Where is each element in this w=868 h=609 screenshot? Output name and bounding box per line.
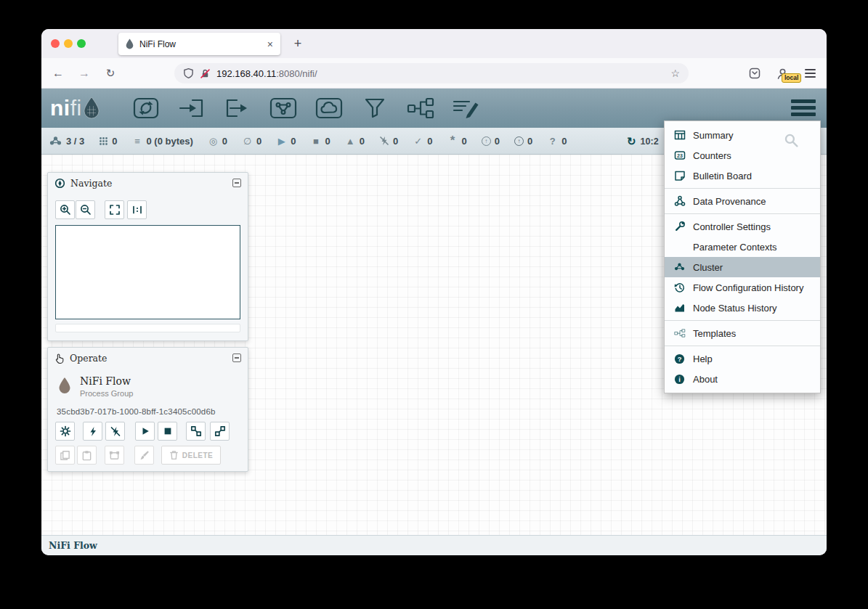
paste-button[interactable] (77, 446, 97, 465)
pocket-icon[interactable] (749, 68, 760, 79)
process-group-component-icon[interactable] (267, 97, 299, 120)
remote-process-group-component-icon[interactable] (313, 97, 345, 120)
upload-template-button[interactable] (210, 422, 230, 441)
operate-palette-title: Operate (70, 353, 108, 364)
output-port-component-icon[interactable] (222, 97, 253, 120)
zoom-fit-button[interactable] (105, 200, 124, 219)
running-icon: ▶ (276, 136, 287, 146)
group-icon (109, 450, 120, 461)
wrench-icon (673, 221, 686, 232)
menu-item-label: Data Provenance (693, 196, 766, 207)
toolbar-right-icons: local (749, 58, 816, 89)
account-icon[interactable]: local (776, 68, 789, 80)
stop-button[interactable] (158, 422, 177, 441)
stopped-count: 0 (325, 136, 330, 147)
stale-arrow-icon: ↑ (482, 136, 491, 146)
nifi-logo-fi: fi (70, 96, 82, 120)
insecure-lock-icon[interactable] (200, 68, 211, 79)
input-port-component-icon[interactable] (176, 97, 208, 120)
label-component-icon[interactable] (450, 97, 482, 120)
minimap-scrollbar[interactable] (55, 324, 240, 332)
menu-item-node-status-history[interactable]: Node Status History (665, 298, 820, 318)
menu-item-data-provenance[interactable]: Data Provenance (665, 191, 820, 211)
menu-item-cluster[interactable]: Cluster (665, 257, 820, 277)
paintbrush-icon (139, 450, 150, 461)
breadcrumb[interactable]: NiFi Flow (49, 540, 97, 551)
locally-modified-status: * 0 (447, 136, 466, 147)
navigation-toolbar: ← → ↻ 192.168.40.11:8080/nifi/ ☆ (41, 58, 827, 89)
compass-icon (54, 178, 65, 189)
summary-icon (673, 129, 686, 141)
navigate-palette: Navigate (47, 172, 248, 341)
menu-item-bulletin-board[interactable]: Bulletin Board (665, 165, 820, 186)
template-component-icon[interactable] (405, 97, 437, 120)
window-close-button[interactable] (51, 39, 60, 48)
selected-component-name: NiFi Flow (80, 375, 131, 387)
menu-divider (665, 188, 820, 189)
enable-button[interactable] (83, 422, 102, 441)
zoom-in-button[interactable] (55, 200, 75, 219)
svg-text:?: ? (678, 355, 682, 362)
menu-item-flow-configuration-history[interactable]: Flow Configuration History (665, 277, 820, 298)
disabled-bolt-icon (379, 136, 389, 146)
tab-title: NiFi Flow (139, 39, 261, 49)
last-refresh-time: 10:2 (641, 136, 659, 147)
stale-status: ↑ 0 (482, 136, 500, 147)
refresh-icon[interactable]: ↻ (627, 135, 636, 148)
window-zoom-button[interactable] (77, 39, 86, 48)
funnel-component-icon[interactable] (359, 97, 391, 120)
window-minimize-button[interactable] (64, 39, 73, 48)
start-button[interactable] (135, 422, 155, 441)
locally-modified-stale-icon: ↑ (514, 136, 524, 146)
threads-count: 0 (112, 136, 117, 147)
menu-item-parameter-contexts[interactable]: Parameter Contexts (665, 237, 820, 257)
menu-item-controller-settings[interactable]: Controller Settings (665, 216, 820, 237)
template-in-icon (214, 425, 226, 437)
bulletin-board-icon (673, 170, 686, 181)
fill-color-button[interactable] (134, 446, 154, 465)
forward-button[interactable]: → (76, 66, 92, 81)
template-out-icon (190, 425, 202, 437)
navigate-collapse-button[interactable] (232, 179, 241, 187)
create-template-button[interactable] (186, 422, 206, 441)
configuration-button[interactable] (55, 422, 75, 441)
url-bar[interactable]: 192.168.40.11:8080/nifi/ ☆ (174, 63, 689, 83)
svg-text:23: 23 (677, 153, 683, 158)
operate-collapse-button[interactable] (232, 353, 241, 362)
copy-icon (60, 450, 70, 461)
browser-window: NiFi Flow × + ← → ↻ 192.168.40.11:8080/n… (41, 29, 827, 555)
templates-icon (673, 327, 686, 339)
zoom-out-button[interactable] (76, 200, 95, 219)
new-tab-button[interactable]: + (289, 35, 307, 52)
counters-icon: 23 (673, 150, 686, 161)
menu-item-about[interactable]: i About (665, 369, 820, 389)
group-button[interactable] (105, 446, 124, 465)
menu-item-label: Flow Configuration History (693, 282, 803, 293)
stale-count: 0 (495, 136, 500, 147)
nifi-logo-drop-icon (82, 96, 101, 120)
profile-badge: local (782, 73, 801, 83)
bookmark-star-icon[interactable]: ☆ (670, 68, 680, 79)
global-menu: Summary 23 Counters Bulletin Board Data … (664, 120, 821, 393)
menu-item-help[interactable]: ? Help (665, 348, 820, 369)
tab-close-button[interactable]: × (267, 38, 273, 50)
not-transmitting-count: 0 (256, 136, 261, 147)
copy-button[interactable] (55, 446, 75, 465)
menu-item-counters[interactable]: 23 Counters (665, 145, 820, 165)
tracking-protection-shield-icon[interactable] (183, 68, 194, 79)
up-to-date-count: 0 (427, 136, 432, 147)
search-icon[interactable] (784, 133, 799, 148)
bolt-icon (88, 426, 98, 437)
browser-menu-button[interactable] (805, 69, 816, 78)
back-button[interactable]: ← (50, 66, 66, 81)
reload-button[interactable]: ↻ (102, 66, 118, 81)
nifi-global-menu-button[interactable] (791, 99, 816, 116)
tab-nifi-flow[interactable]: NiFi Flow × (118, 33, 280, 55)
menu-item-templates[interactable]: Templates (665, 323, 820, 343)
disable-button[interactable] (105, 422, 125, 441)
birdseye-minimap[interactable] (55, 225, 240, 319)
threads-grid-icon (99, 136, 108, 146)
delete-button[interactable]: DELETE (161, 446, 221, 465)
processor-component-icon[interactable] (130, 97, 162, 120)
actual-size-button[interactable] (127, 200, 147, 219)
